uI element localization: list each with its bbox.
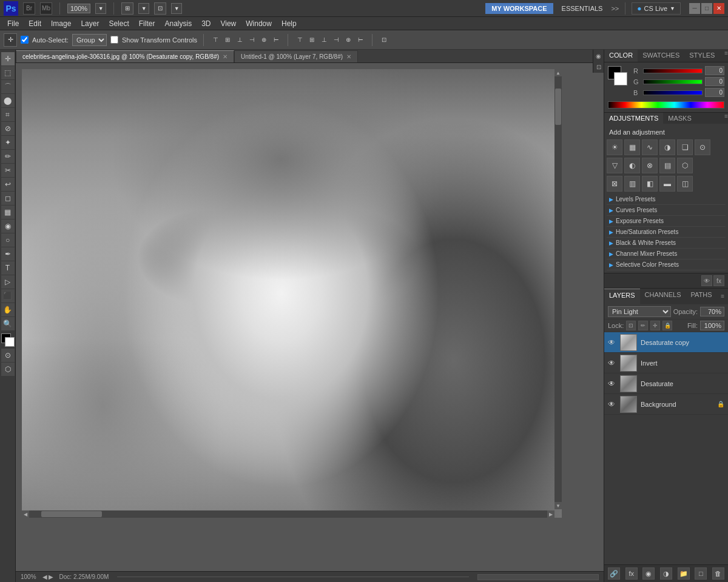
preset-channel-mixer[interactable]: ▶ Channel Mixer Presets	[607, 249, 726, 259]
layer-visibility-background[interactable]: 👁	[608, 400, 616, 409]
menu-view[interactable]: View	[215, 18, 241, 29]
quick-selection-tool[interactable]: ⬤	[1, 94, 15, 107]
menu-filter[interactable]: Filter	[134, 18, 160, 29]
eraser-tool[interactable]: ◻	[1, 192, 15, 205]
eyedropper-tool[interactable]: ⊘	[1, 122, 15, 135]
panel-icon-fx[interactable]: fx	[713, 275, 724, 286]
blur-tool[interactable]: ◉	[1, 219, 15, 233]
blue-slider[interactable]	[643, 90, 703, 95]
layer-link-button[interactable]: 🔗	[608, 567, 620, 580]
preset-selective-color[interactable]: ▶ Selective Color Presets	[607, 259, 726, 270]
scroll-down-arrow[interactable]: ▼	[554, 502, 562, 509]
menu-file[interactable]: File	[2, 18, 24, 29]
menu-image[interactable]: Image	[46, 18, 76, 29]
curves-icon[interactable]: ∿	[642, 139, 658, 155]
menu-layer[interactable]: Layer	[76, 18, 104, 29]
invert-icon[interactable]: ⊠	[607, 176, 622, 192]
workspace-button[interactable]: MY WORKSPACE	[485, 3, 553, 14]
preset-exposure[interactable]: ▶ Exposure Presets	[607, 216, 726, 227]
dist-hcenter-icon[interactable]: ⊕	[343, 35, 354, 45]
lock-all-icon[interactable]: 🔒	[662, 321, 672, 330]
br-logo[interactable]: Br	[23, 2, 35, 15]
dist-left-icon[interactable]: ⊣	[331, 35, 342, 45]
brush-tool[interactable]: ✏	[1, 150, 15, 163]
layer-mask-button[interactable]: ◉	[642, 567, 655, 580]
pen-tool[interactable]: ✒	[1, 247, 15, 261]
tab-styles[interactable]: STYLES	[684, 50, 720, 62]
scroll-right-arrow[interactable]: ▶	[547, 510, 554, 518]
tab-color[interactable]: COLOR	[604, 50, 638, 62]
dist-vcenter-icon[interactable]: ⊞	[306, 35, 317, 45]
scroll-thumb-v[interactable]	[555, 89, 561, 125]
tab-channels[interactable]: CHANNELS	[640, 289, 686, 304]
align-right-icon[interactable]: ⊢	[271, 35, 281, 45]
layer-fx-button[interactable]: fx	[625, 567, 638, 580]
essentials-button[interactable]: ESSENTIALS	[557, 3, 608, 14]
horizontal-scrollbar[interactable]: ◀ ▶	[22, 510, 554, 518]
auto-select-checkbox[interactable]	[21, 36, 29, 44]
menu-3d[interactable]: 3D	[197, 18, 215, 29]
screen-dropdown[interactable]: ▼	[171, 3, 182, 14]
layer-visibility-desaturate[interactable]: 👁	[608, 380, 616, 388]
quick-mask-tool[interactable]: ⊙	[1, 349, 15, 362]
hue-saturation-icon[interactable]: ⊙	[695, 139, 710, 155]
canvas[interactable]: ▲ ▼ ◀ ▶	[22, 69, 562, 518]
background-swatch[interactable]	[614, 72, 627, 85]
hand-tool[interactable]: ✋	[1, 303, 15, 316]
tab-1-close[interactable]: ✕	[223, 53, 228, 60]
opacity-input[interactable]	[700, 307, 724, 316]
screen-icon[interactable]: ⊡	[154, 2, 166, 15]
scroll-thumb-h[interactable]	[41, 511, 102, 517]
mb-logo[interactable]: Mb	[40, 2, 52, 15]
type-tool[interactable]: T	[1, 261, 15, 275]
menu-analysis[interactable]: Analysis	[160, 18, 197, 29]
layer-visibility-invert[interactable]: 👁	[608, 359, 616, 367]
tab-1[interactable]: celebrities-angelina-jolie-306316.jpg @ …	[16, 50, 234, 62]
tab-layers[interactable]: LAYERS	[604, 289, 640, 304]
minimize-button[interactable]: ─	[689, 3, 700, 14]
red-slider[interactable]	[643, 69, 703, 73]
new-adjustment-layer-button[interactable]: ◑	[660, 567, 672, 580]
exposure-icon[interactable]: ◑	[659, 139, 675, 155]
channel-mixer-icon[interactable]: ▤	[659, 158, 675, 173]
lock-pixels-icon[interactable]: ⊡	[626, 321, 636, 330]
clone-stamp-tool[interactable]: ✂	[1, 164, 15, 177]
lock-paint-icon[interactable]: ✏	[638, 321, 648, 330]
layers-panel-menu[interactable]: ≡	[721, 289, 728, 304]
path-selection-tool[interactable]: ▷	[1, 275, 15, 289]
tab-2[interactable]: Untitled-1 @ 100% (Layer 7, RGB/8#) ✕	[234, 50, 358, 62]
zoom-tool[interactable]: 🔍	[1, 317, 15, 330]
new-layer-button[interactable]: □	[695, 567, 707, 580]
layer-invert[interactable]: 👁 Invert	[604, 353, 728, 373]
rectangular-marquee-tool[interactable]: ⬚	[1, 66, 15, 79]
tab-swatches[interactable]: SWATCHES	[638, 50, 684, 62]
tab-adjustments[interactable]: ADJUSTMENTS	[604, 113, 663, 124]
layer-desaturate[interactable]: 👁 Desaturate	[604, 373, 728, 394]
move-tool[interactable]: ✛	[1, 52, 15, 65]
scroll-up-arrow[interactable]: ▲	[554, 69, 562, 76]
selective-color-icon[interactable]: ◫	[677, 176, 693, 192]
healing-brush-tool[interactable]: ✦	[1, 136, 15, 149]
color-swatch-area[interactable]	[608, 66, 627, 85]
fill-input[interactable]	[700, 321, 724, 330]
layout-dropdown[interactable]: ▼	[138, 3, 149, 14]
tab-masks[interactable]: MASKS	[663, 113, 696, 124]
posterize-icon[interactable]: ▥	[624, 176, 640, 192]
blue-value-input[interactable]	[705, 88, 724, 97]
layer-desaturate-copy[interactable]: 👁 Desaturate copy	[604, 332, 728, 353]
levels-icon[interactable]: ▦	[624, 139, 640, 155]
green-value-input[interactable]	[705, 77, 724, 86]
vertical-scrollbar[interactable]: ▲ ▼	[554, 69, 562, 509]
gradient-tool[interactable]: ▦	[1, 206, 15, 219]
tab-2-close[interactable]: ✕	[346, 53, 351, 60]
new-group-button[interactable]: 📁	[678, 567, 690, 580]
green-slider[interactable]	[643, 79, 703, 84]
foreground-background-color[interactable]	[1, 333, 15, 347]
status-nav-arrows[interactable]: ◀▶	[42, 574, 53, 580]
adjustments-panel-menu[interactable]: ≡	[724, 113, 728, 124]
blend-mode-select[interactable]: Pin Light Normal Multiply Screen Overlay	[608, 306, 671, 317]
preset-levels[interactable]: ▶ Levels Presets	[607, 194, 726, 205]
panel-icon-eye[interactable]: 👁	[701, 275, 712, 286]
close-button[interactable]: ✕	[713, 3, 724, 14]
align-bottom-icon[interactable]: ⊥	[234, 35, 245, 45]
